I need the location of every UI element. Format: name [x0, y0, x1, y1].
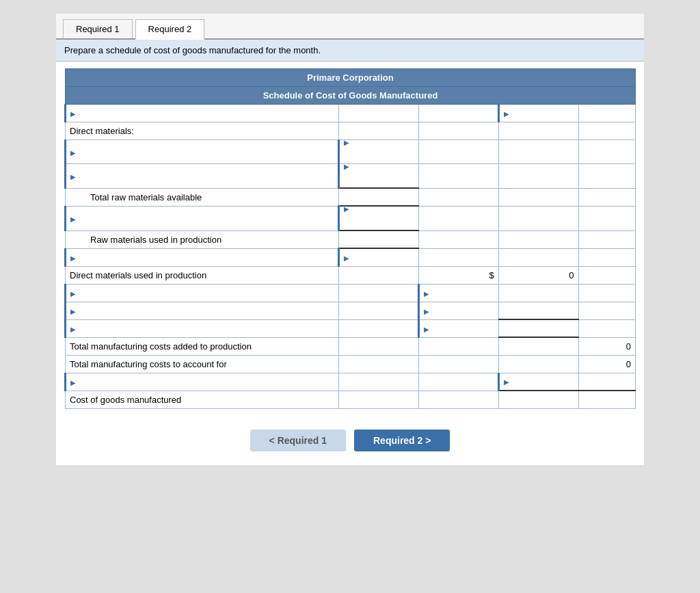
cogs-total-input[interactable]: [583, 393, 631, 407]
arrow-icon: ▶: [70, 290, 76, 298]
arrow-icon: ▶: [344, 163, 349, 170]
table-row: Total raw materials available: [66, 188, 636, 206]
tab-required2[interactable]: Required 2: [135, 19, 205, 40]
table-row: Raw materials used in production: [66, 230, 636, 248]
input-field[interactable]: [343, 106, 414, 120]
arrow-icon: ▶: [424, 290, 429, 298]
table-row: Direct materials used in production $ 0: [66, 266, 636, 284]
table-row: ▶ ▶: [66, 373, 636, 391]
table-row: ▶ ▶: [66, 206, 636, 230]
table-row: ▶ ▶: [66, 319, 636, 337]
schedule-title-cell: Schedule of Cost of Goods Manufactured: [66, 87, 636, 105]
bottom-nav: < Required 1 Required 2 >: [56, 420, 644, 465]
table-row: ▶ ▶: [66, 105, 636, 122]
arrow-icon: ▶: [344, 254, 349, 262]
arrow-icon: ▶: [70, 110, 76, 118]
table-row: ▶ ▶: [66, 248, 636, 266]
cost-goods-manufactured-label: Cost of goods manufactured: [66, 391, 339, 408]
direct-materials-value: 0: [498, 266, 578, 284]
dollar-sign: $: [419, 266, 499, 284]
total-mfg-added-value: 0: [578, 337, 635, 355]
arrow-icon: ▶: [70, 173, 76, 181]
arrow-icon: ▶: [70, 215, 76, 223]
direct-materials-used-label: Direct materials used in production: [66, 266, 339, 284]
table-row: ▶ ▶: [66, 140, 636, 164]
company-name-row: Primare Corporation: [66, 69, 636, 87]
total-raw-label: Total raw materials available: [66, 188, 339, 206]
arrow-icon: ▶: [424, 308, 429, 315]
arrow-icon: ▶: [344, 139, 349, 146]
company-name-cell: Primare Corporation: [66, 69, 636, 87]
table-row: ▶ ▶: [66, 302, 636, 319]
total-mfg-account-value: 0: [578, 355, 635, 373]
page-wrapper: Required 1 Required 2 Prepare a schedule…: [56, 14, 644, 465]
arrow-icon: ▶: [70, 379, 76, 386]
arrow-icon: ▶: [504, 110, 509, 118]
arrow-icon: ▶: [344, 205, 349, 213]
direct-materials-label: Direct materials:: [66, 122, 339, 140]
table-row: Direct materials:: [66, 122, 636, 140]
table-row: ▶ ▶: [66, 164, 636, 189]
table-container: Primare Corporation Schedule of Cost of …: [56, 62, 644, 420]
arrow-icon: ▶: [424, 326, 429, 333]
cogs-input[interactable]: [503, 393, 574, 407]
raw-materials-used-label: Raw materials used in production: [66, 230, 339, 248]
next-button[interactable]: Required 2 >: [354, 430, 450, 451]
table-row: Total manufacturing costs to account for…: [66, 355, 636, 373]
total-mfg-added-label: Total manufacturing costs added to produ…: [66, 337, 339, 355]
arrow-icon: ▶: [70, 254, 76, 262]
arrow-icon: ▶: [70, 326, 76, 333]
tab-required1[interactable]: Required 1: [63, 19, 133, 38]
prev-button[interactable]: < Required 1: [250, 430, 346, 451]
instruction-bar: Prepare a schedule of cost of goods manu…: [56, 40, 644, 62]
arrow-icon: ▶: [70, 308, 76, 315]
schedule-title-row: Schedule of Cost of Goods Manufactured: [66, 87, 636, 105]
instruction-text: Prepare a schedule of cost of goods manu…: [64, 45, 321, 55]
table-row: Cost of goods manufactured: [66, 391, 636, 408]
arrow-icon: ▶: [70, 149, 76, 157]
total-mfg-account-label: Total manufacturing costs to account for: [66, 355, 339, 373]
tabs-container: Required 1 Required 2: [56, 14, 644, 40]
arrow-icon: ▶: [504, 378, 509, 386]
table-row: Total manufacturing costs added to produ…: [66, 337, 636, 355]
schedule-table: Primare Corporation Schedule of Cost of …: [64, 68, 636, 409]
table-row: ▶ ▶: [66, 284, 636, 302]
